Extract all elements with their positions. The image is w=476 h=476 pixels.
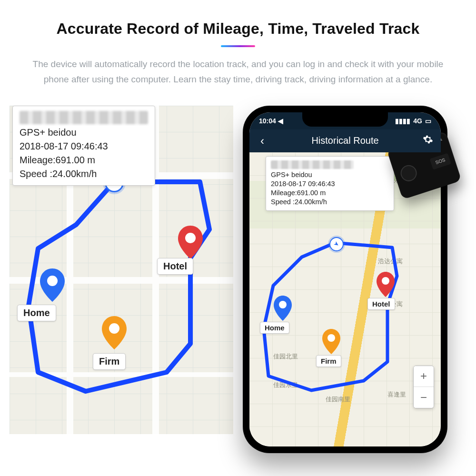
screen-title: Historical Route bbox=[268, 135, 422, 146]
map-pin-firm-label: Firm bbox=[316, 355, 341, 367]
info-mileage: Mileage:691.00 m bbox=[271, 189, 389, 197]
back-button[interactable]: ‹ bbox=[256, 134, 268, 148]
map-pin-hotel-label: Hotel bbox=[157, 258, 193, 275]
network-label: 4G bbox=[413, 117, 422, 125]
signal-bars-icon: ▮▮▮▮ bbox=[395, 117, 410, 125]
accent-divider bbox=[221, 45, 255, 47]
info-speed-label: Speed : bbox=[20, 169, 52, 179]
status-time: 10:04 ◀ bbox=[259, 117, 283, 125]
info-speed-label: Speed : bbox=[271, 198, 295, 206]
info-speed-value: 24.00km/h bbox=[295, 198, 327, 206]
zoom-controls: + − bbox=[413, 366, 434, 408]
blurred-id-line bbox=[20, 111, 148, 124]
info-mileage-label: Mileage: bbox=[271, 189, 297, 197]
zoom-out-button[interactable]: − bbox=[414, 387, 434, 408]
settings-button[interactable] bbox=[422, 134, 434, 148]
info-speed: Speed :24.00km/h bbox=[20, 169, 148, 179]
route-info-card: GPS+ beidou 2018-08-17 09:46:43 Mileage:… bbox=[12, 106, 155, 186]
info-mode: GPS+ beidou bbox=[20, 127, 148, 138]
page-title: Accurate Record of Mileage, Time, Travel… bbox=[19, 20, 457, 38]
info-mileage-label: Mileage: bbox=[20, 155, 56, 165]
app-nav-bar: ‹ Historical Route bbox=[249, 129, 441, 152]
info-timestamp: 2018-08-17 09:46:43 bbox=[20, 141, 148, 152]
info-mode: GPS+ beidou bbox=[271, 171, 389, 178]
zoom-in-button[interactable]: + bbox=[414, 366, 434, 387]
map-pin-hotel-label: Hotel bbox=[367, 298, 395, 310]
map-pin-firm-label: Firm bbox=[93, 353, 126, 370]
battery-icon: ▭ bbox=[425, 117, 431, 125]
phone-notch bbox=[302, 112, 388, 127]
marketing-header: Accurate Record of Mileage, Time, Travel… bbox=[0, 0, 476, 96]
page-description: The device will automatically record the… bbox=[29, 57, 447, 88]
gear-icon bbox=[423, 134, 433, 145]
map-pin-home-label: Home bbox=[17, 305, 56, 321]
current-location-icon: ➤ bbox=[329, 237, 344, 251]
blurred-id-line bbox=[271, 160, 354, 169]
info-timestamp: 2018-08-17 09:46:43 bbox=[271, 180, 389, 188]
info-speed: Speed :24.00km/h bbox=[271, 198, 389, 206]
info-mileage-value: 691.00 m bbox=[56, 155, 95, 165]
route-info-card-phone: GPS+ beidou 2018-08-17 09:46:43 Mileage:… bbox=[266, 156, 394, 211]
info-speed-value: 24.00km/h bbox=[52, 169, 97, 179]
info-mileage-value: 691.00 m bbox=[297, 189, 326, 197]
info-mileage: Mileage:691.00 m bbox=[20, 155, 148, 166]
map-pin-home-label: Home bbox=[260, 322, 289, 334]
